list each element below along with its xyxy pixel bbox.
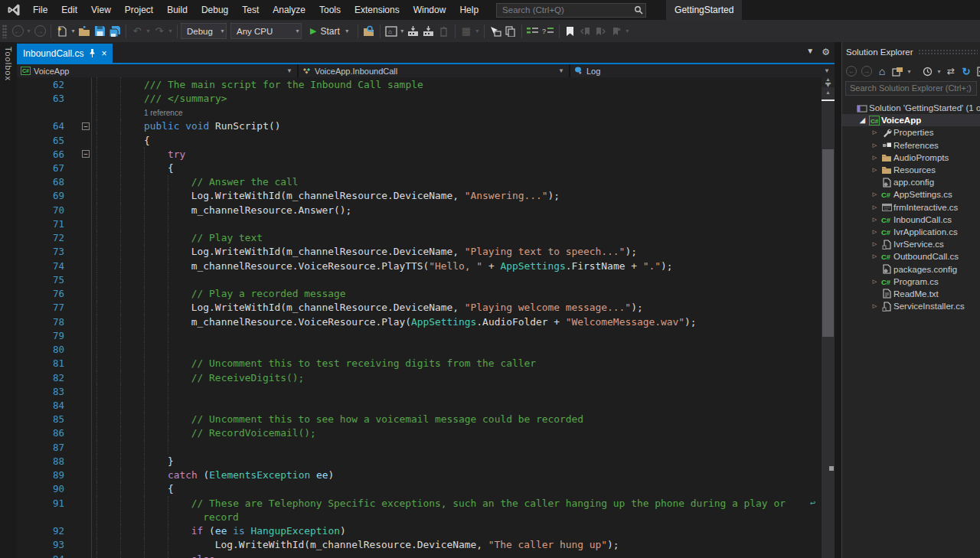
menu-view[interactable]: View [84,0,118,20]
find-in-files-button[interactable] [361,24,377,39]
collapsed-arrow-icon[interactable]: ▷ [870,155,880,161]
tree-item-readme-txt[interactable]: ReadMe.txt [842,288,980,300]
tree-item-outboundcall-cs[interactable]: ▷C#OutboundCall.cs [842,250,980,263]
collapsed-arrow-icon[interactable]: ▷ [870,229,880,235]
tree-item-appsettings-cs[interactable]: ▷C#AppSettings.cs [842,188,980,201]
tree-item-resources[interactable]: ▷Resources [842,164,980,176]
tree-item-audioprompts[interactable]: ▷AudioPrompts [842,152,980,164]
toggle-bookmark-button[interactable] [563,24,578,39]
previous-bookmark-button[interactable] [578,24,593,39]
cancel-build-button[interactable] [436,24,452,39]
tree-item-packages-config[interactable]: packages.config [842,263,980,275]
menu-analyze[interactable]: Analyze [266,0,312,20]
start-debugging-button[interactable]: ▶ Start ▾ [306,23,354,39]
tree-item-properties[interactable]: ▷Properties [842,126,980,139]
tree-item-ivrservice-cs[interactable]: ▷IvrService.cs [842,238,980,250]
menu-file[interactable]: File [26,0,54,20]
type-dropdown[interactable]: VoiceApp.InboundCall ▼ [299,64,570,77]
solution-configuration-select[interactable]: Debug ▾ [181,23,227,39]
menu-tools[interactable]: Tools [312,0,348,20]
split-editor-handle[interactable]: ▲▬▼ [822,77,835,87]
collapse-region-icon[interactable]: − [82,150,90,158]
copy-structure-button[interactable] [503,24,518,39]
tab-options-gear-icon[interactable]: ⚙ [822,47,830,57]
home-icon[interactable]: ⌂ [875,64,889,78]
collapsed-arrow-icon[interactable]: ▷ [870,129,880,135]
undo-button[interactable]: ↶ [129,24,145,39]
new-project-dropdown-icon[interactable]: ▾ [70,28,77,34]
navigate-to-button[interactable] [488,24,503,39]
menu-debug[interactable]: Debug [194,0,235,20]
close-icon[interactable]: × [101,49,106,58]
document-list-dropdown-icon[interactable]: ▼ [806,47,814,57]
explorer-back-button[interactable]: ← [844,64,858,78]
switch-views-button[interactable] [890,64,904,78]
collapsed-arrow-icon[interactable]: ▷ [870,142,880,148]
build-project-button[interactable] [406,24,421,39]
collapsed-arrow-icon[interactable]: ▷ [870,241,880,247]
collapsed-arrow-icon[interactable]: ▷ [870,204,880,210]
pending-changes-filter-icon[interactable] [920,64,934,78]
sync-with-active-document-icon[interactable]: ⇄ [944,64,958,78]
increase-indent-button[interactable]: ? [541,24,556,39]
box-selection-button[interactable]: ▦ [459,24,474,39]
collapsed-arrow-icon[interactable]: ▷ [870,253,880,259]
navigate-forward-button[interactable]: → [32,24,47,39]
save-button[interactable] [92,24,107,39]
solution-explorer-header[interactable]: Solution Explorer [842,42,980,61]
scroll-up-arrow-icon[interactable]: ▲ [822,87,835,98]
search-input[interactable]: Search (Ctrl+Q) [496,3,646,18]
tree-item-voiceapp[interactable]: ◢C#VoiceApp [842,114,980,126]
tree-item-references[interactable]: ▷References [842,139,980,152]
tree-item-app-config[interactable]: app.config [842,176,980,188]
collapsed-arrow-icon[interactable]: ▷ [870,191,880,197]
menu-project[interactable]: Project [118,0,160,20]
navigate-back-dropdown-icon[interactable]: ▾ [25,28,32,34]
switch-views-dropdown-icon[interactable]: ▾ [906,68,913,75]
refresh-icon[interactable]: ↻ [959,64,973,78]
menu-window[interactable]: Window [407,0,453,20]
attach-dropdown-icon[interactable]: ▾ [399,28,406,34]
solution-platform-select[interactable]: Any CPU ▾ [230,23,302,39]
menu-extensions[interactable]: Extensions [348,0,407,20]
search-icon[interactable] [632,5,645,15]
menu-edit[interactable]: Edit [54,0,84,20]
build-solution-button[interactable] [421,24,436,39]
collapsed-arrow-icon[interactable]: ▷ [870,303,880,309]
collapsed-arrow-icon[interactable]: ▷ [870,217,880,223]
project-dropdown[interactable]: C# VoiceApp ▼ [17,64,299,77]
tab-inboundcall[interactable]: InboundCall.cs × [17,44,113,63]
next-bookmark-button[interactable] [593,24,609,39]
collapse-all-icon[interactable] [975,64,980,78]
menu-build[interactable]: Build [160,0,194,20]
toolbar-grip[interactable] [2,24,7,38]
clear-bookmarks-button[interactable] [609,24,624,39]
collapsed-arrow-icon[interactable]: ▷ [870,167,880,173]
tree-item-ivrapplication-cs[interactable]: ▷C#IvrApplication.cs [842,226,980,238]
collapse-region-icon[interactable]: − [82,122,90,130]
box-selection-dropdown-icon[interactable]: ▾ [474,28,481,34]
tree-item-program-cs[interactable]: ▷C#Program.cs [842,276,980,288]
menu-help[interactable]: Help [452,0,485,20]
tree-item-solution-gettingstarted-1-of-1-p[interactable]: Solution 'GettingStarted' (1 of 1 p [842,102,980,114]
explorer-forward-button[interactable]: → [860,64,874,78]
open-folder-button[interactable] [77,24,92,39]
solution-explorer-search-input[interactable]: Search Solution Explorer (Ctrl+;) [845,81,977,96]
tree-item-serviceinstaller-cs[interactable]: ▷ServiceInstaller.cs [842,300,980,312]
filter-dropdown-icon[interactable]: ▾ [936,68,942,75]
scrollbar-thumb[interactable] [822,149,834,337]
editor-vertical-scrollbar[interactable]: ▲▬▼ ▲ [822,77,835,558]
member-dropdown[interactable]: Log ▼ [570,64,835,77]
decrease-indent-button[interactable] [525,24,541,39]
collapsed-arrow-icon[interactable]: ▷ [870,279,880,285]
code-editor[interactable]: 62/// The main script for the Inbound Ca… [17,77,822,558]
expanded-arrow-icon[interactable]: ◢ [858,116,867,124]
pin-icon[interactable] [89,49,96,57]
new-project-button[interactable] [54,24,70,39]
bookmark-dropdown-icon[interactable]: ▾ [624,28,631,34]
redo-dropdown-icon[interactable]: ▾ [167,28,174,34]
navigate-back-button[interactable]: ← [10,24,25,39]
save-all-button[interactable] [107,24,122,39]
attach-to-process-button[interactable]: ⌂ [384,24,399,39]
menu-test[interactable]: Test [235,0,266,20]
